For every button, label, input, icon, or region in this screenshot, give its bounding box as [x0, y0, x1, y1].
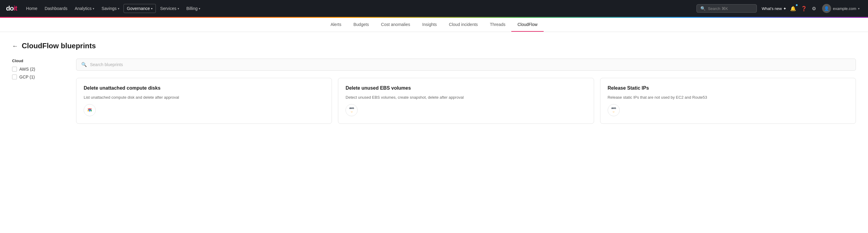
- blueprint-title-1: Delete unused EBS volumes: [345, 86, 586, 91]
- governance-chevron-icon: ▾: [151, 7, 153, 10]
- savings-chevron-icon: ▾: [118, 7, 119, 10]
- tab-cloud-incidents[interactable]: Cloud incidents: [443, 18, 484, 32]
- blueprint-desc-1: Detect unused EBS volumes, create snapsh…: [345, 95, 586, 100]
- blueprint-card-delete-compute-disks[interactable]: Delete unattached compute disks List una…: [76, 78, 332, 124]
- nav-actions: What's new ✦ 🔔 ❓ ⚙ 👤 example.com ▾: [762, 3, 862, 14]
- page-header: ← CloudFlow blueprints: [12, 42, 856, 50]
- tab-budgets[interactable]: Budgets: [347, 18, 375, 32]
- logo-it: t: [15, 4, 17, 12]
- nav-savings[interactable]: Savings ▾: [98, 4, 122, 13]
- gcp-label: GCP (1): [19, 74, 35, 79]
- search-icon: 🔍: [701, 6, 706, 11]
- page-content: ← CloudFlow blueprints Cloud AWS (2) GCP…: [0, 32, 868, 133]
- blueprint-footer-0: [84, 104, 324, 116]
- blueprint-desc-2: Release static IPs that are not used by …: [608, 95, 848, 100]
- nav-analytics[interactable]: Analytics ▾: [71, 4, 97, 13]
- aws-provider-badge-2: aws ⌣: [608, 104, 620, 116]
- blueprint-footer-2: aws ⌣: [608, 104, 848, 116]
- blueprint-footer-1: aws ⌣: [345, 104, 586, 116]
- blueprint-card-release-static-ips[interactable]: Release Static IPs Release static IPs th…: [600, 78, 856, 124]
- user-menu-chevron-icon: ▾: [858, 7, 860, 10]
- page-title: CloudFlow blueprints: [22, 42, 96, 50]
- aws-smile-icon-2: ⌣: [613, 109, 615, 113]
- nav-governance[interactable]: Governance ▾: [124, 4, 156, 13]
- aws-smile-icon-1: ⌣: [351, 109, 353, 113]
- tab-alerts[interactable]: Alerts: [324, 18, 347, 32]
- avatar: 👤: [822, 4, 831, 13]
- sparkle-icon: ✦: [783, 6, 786, 11]
- tab-threads[interactable]: Threads: [484, 18, 511, 32]
- back-button[interactable]: ←: [12, 42, 18, 49]
- blueprints-area: 🔍 Delete unattached compute disks List u…: [76, 59, 856, 124]
- filter-aws[interactable]: AWS (2): [12, 67, 66, 71]
- help-button[interactable]: ❓: [800, 4, 808, 13]
- gcp-icon: [86, 107, 93, 113]
- blueprint-title-0: Delete unattached compute disks: [84, 86, 324, 91]
- blueprints-search-input[interactable]: [90, 62, 851, 67]
- analytics-chevron-icon: ▾: [93, 7, 94, 10]
- settings-button[interactable]: ⚙: [811, 4, 817, 13]
- gcp-provider-badge: [84, 104, 96, 116]
- nav-billing[interactable]: Billing ▾: [183, 4, 203, 13]
- notifications-wrapper: 🔔: [789, 4, 797, 13]
- whats-new-button[interactable]: What's new ✦: [762, 6, 786, 11]
- aws-checkbox[interactable]: [12, 67, 17, 71]
- blueprint-desc-0: List unattached compute disk and delete …: [84, 95, 324, 100]
- blueprint-title-2: Release Static IPs: [608, 86, 848, 91]
- billing-chevron-icon: ▾: [199, 7, 200, 10]
- main-layout: Cloud AWS (2) GCP (1) 🔍 Delete unattache…: [12, 59, 856, 124]
- notification-badge: [796, 4, 798, 6]
- global-search[interactable]: 🔍: [696, 4, 757, 13]
- services-chevron-icon: ▾: [178, 7, 179, 10]
- blueprints-search[interactable]: 🔍: [76, 59, 856, 71]
- sidebar-section-cloud: Cloud: [12, 59, 66, 63]
- tab-cloudflow[interactable]: CloudFlow: [511, 18, 543, 32]
- blueprints-grid: Delete unattached compute disks List una…: [76, 78, 856, 124]
- tab-cost-anomalies[interactable]: Cost anomalies: [375, 18, 416, 32]
- secondary-nav: Alerts Budgets Cost anomalies Insights C…: [0, 18, 868, 32]
- aws-provider-badge-1: aws ⌣: [345, 104, 358, 116]
- nav-dashboards[interactable]: Dashboards: [42, 4, 71, 13]
- aws-label: AWS (2): [19, 67, 35, 71]
- sidebar: Cloud AWS (2) GCP (1): [12, 59, 66, 124]
- aws-text-icon-1: aws: [349, 106, 354, 109]
- search-blueprints-icon: 🔍: [81, 62, 87, 67]
- search-input[interactable]: [708, 6, 744, 11]
- gcp-checkbox[interactable]: [12, 74, 17, 79]
- top-nav: doit Home Dashboards Analytics ▾ Savings…: [0, 0, 868, 17]
- blueprint-card-delete-ebs-volumes[interactable]: Delete unused EBS volumes Detect unused …: [338, 78, 594, 124]
- aws-text-icon-2: aws: [611, 106, 616, 109]
- nav-home[interactable]: Home: [23, 4, 40, 13]
- user-menu[interactable]: 👤 example.com ▾: [820, 3, 862, 14]
- logo-do: do: [6, 4, 13, 12]
- filter-gcp[interactable]: GCP (1): [12, 74, 66, 79]
- logo[interactable]: doit: [6, 4, 17, 12]
- nav-services[interactable]: Services ▾: [157, 4, 182, 13]
- tab-insights[interactable]: Insights: [416, 18, 443, 32]
